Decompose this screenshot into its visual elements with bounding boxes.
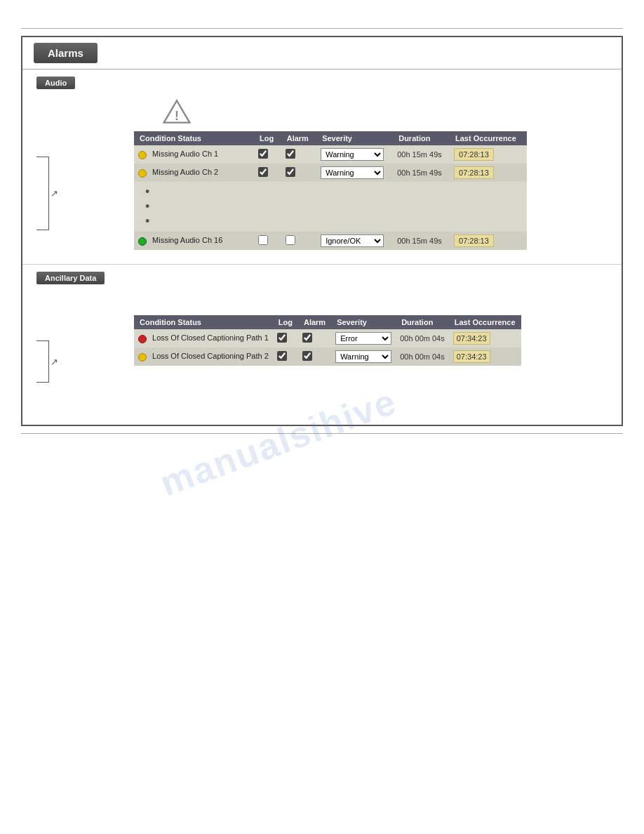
status-dot-red: [138, 335, 147, 343]
main-box: Alarms Audio ! ↗: [21, 36, 623, 426]
severity-cell[interactable]: Warning Error Ignore/OK: [331, 348, 396, 366]
severity-cell[interactable]: Warning Error Ignore/OK: [316, 164, 393, 182]
bottom-spacer: [36, 383, 608, 411]
warning-icon-wrap: !: [163, 99, 608, 124]
col-condition-status-anc: Condition Status: [134, 315, 273, 329]
condition-label: Loss Of Closed Captioning Path 2: [152, 352, 269, 360]
log-cell[interactable]: [254, 145, 281, 164]
dots-filler: [316, 182, 393, 232]
alarm-cell[interactable]: [281, 145, 316, 164]
status-dot-yellow: [138, 353, 147, 362]
condition-cell: Missing Audio Ch 2: [134, 164, 254, 182]
status-dot-yellow: [138, 151, 147, 159]
severity-select[interactable]: Warning Error Ignore/OK: [321, 234, 384, 247]
table-row: Missing Audio Ch 16 W: [134, 232, 527, 250]
condition-cell: Missing Audio Ch 16: [134, 232, 254, 250]
last-occurrence-val: 07:28:13: [450, 232, 527, 250]
duration-val: 00h 00m 04s: [396, 329, 449, 348]
warning-triangle-icon: !: [163, 99, 191, 124]
duration-val: 00h 15m 49s: [393, 232, 450, 250]
last-occurrence-val: 07:28:13: [450, 145, 527, 164]
last-occ-badge: 07:28:13: [454, 148, 494, 161]
svg-text:!: !: [175, 109, 179, 123]
col-duration-anc: Duration: [396, 315, 449, 329]
alarm-cell[interactable]: [298, 329, 331, 348]
alarm-checkbox[interactable]: [286, 235, 295, 245]
header-right-cell: [247, 37, 622, 69]
condition-cell: Missing Audio Ch 1: [134, 145, 254, 164]
dots-row: •••: [134, 182, 527, 232]
ellipsis-dots: •••: [145, 185, 151, 229]
col-alarm-audio: Alarm: [281, 131, 316, 145]
last-occ-badge: 07:34:23: [453, 332, 490, 345]
dots-filler: [254, 182, 281, 232]
col-alarm-anc: Alarm: [298, 315, 331, 329]
alarm-checkbox[interactable]: [286, 167, 295, 177]
condition-cell: Loss Of Closed Captioning Path 1: [134, 329, 273, 348]
log-cell[interactable]: [273, 348, 298, 366]
table-row: Loss Of Closed Captioning Path 2: [134, 348, 521, 366]
status-dot-green: [138, 237, 147, 246]
alarm-checkbox[interactable]: [302, 351, 312, 361]
condition-label: Loss Of Closed Captioning Path 1: [152, 333, 269, 342]
bottom-divider: [21, 433, 623, 434]
ancillary-section-label: Ancillary Data: [36, 272, 105, 284]
severity-select[interactable]: Warning Error Ignore/OK: [335, 332, 391, 345]
severity-cell[interactable]: Warning Error Ignore/OK: [331, 329, 396, 348]
col-last-occurrence-audio: Last Occurrence: [450, 131, 527, 145]
last-occ-badge: 07:28:13: [454, 234, 494, 247]
col-log-anc: Log: [273, 315, 298, 329]
log-checkbox[interactable]: [277, 351, 287, 361]
audio-section: Audio ! ↗: [22, 70, 622, 265]
last-occ-badge: 07:34:23: [453, 350, 490, 363]
col-condition-status-audio: Condition Status: [134, 131, 254, 145]
audio-alarm-table: Condition Status Log Alarm Severity Dura…: [134, 131, 527, 250]
condition-cell: Loss Of Closed Captioning Path 2: [134, 348, 273, 366]
audio-section-label: Audio: [36, 77, 75, 89]
condition-label: Missing Audio Ch 2: [152, 168, 218, 176]
table-row: Loss Of Closed Captioning Path 1: [134, 329, 521, 348]
table-row: Missing Audio Ch 2 Wa: [134, 164, 527, 182]
ancillary-spacer: [36, 294, 608, 315]
audio-section-inner: ↗ Condition Status Log Alarm Severity Du…: [36, 131, 608, 250]
dots-filler: [393, 182, 450, 232]
severity-cell[interactable]: Warning Error Ignore/OK: [316, 145, 393, 164]
top-divider: [21, 28, 623, 29]
log-checkbox[interactable]: [258, 167, 268, 177]
col-last-occurrence-anc: Last Occurrence: [449, 315, 521, 329]
log-checkbox[interactable]: [258, 235, 268, 245]
condition-label: Missing Audio Ch 16: [152, 236, 222, 244]
log-checkbox[interactable]: [258, 149, 268, 159]
col-duration-audio: Duration: [393, 131, 450, 145]
last-occurrence-val: 07:34:23: [449, 329, 521, 348]
ancillary-section-inner: ↗ Condition Status Log Alarm Severity Du…: [36, 315, 608, 383]
severity-select[interactable]: Warning Error Ignore/OK: [321, 148, 384, 161]
table-row: Missing Audio Ch 1 Wa: [134, 145, 527, 164]
col-severity-audio: Severity: [316, 131, 393, 145]
severity-select[interactable]: Warning Error Ignore/OK: [321, 166, 384, 179]
alarms-badge: Alarms: [34, 43, 98, 63]
header-title-cell: Alarms: [22, 37, 247, 69]
col-severity-anc: Severity: [331, 315, 396, 329]
alarm-checkbox[interactable]: [286, 149, 295, 159]
alarm-cell[interactable]: [281, 164, 316, 182]
alarm-cell[interactable]: [281, 232, 316, 250]
log-checkbox[interactable]: [277, 333, 287, 343]
dots-filler: [281, 182, 316, 232]
header-row: Alarms: [22, 37, 622, 70]
severity-cell[interactable]: Warning Error Ignore/OK: [316, 232, 393, 250]
last-occurrence-val: 07:28:13: [450, 164, 527, 182]
severity-select[interactable]: Warning Error Ignore/OK: [335, 350, 391, 363]
log-cell[interactable]: [254, 164, 281, 182]
duration-val: 00h 15m 49s: [393, 145, 450, 164]
alarm-checkbox[interactable]: [302, 333, 312, 343]
ancillary-section: Ancillary Data ↗ Condition Status: [22, 265, 622, 425]
ancillary-alarm-table: Condition Status Log Alarm Severity Dura…: [134, 315, 521, 366]
dots-filler: [450, 182, 527, 232]
log-cell[interactable]: [254, 232, 281, 250]
alarm-cell[interactable]: [298, 348, 331, 366]
last-occurrence-val: 07:34:23: [449, 348, 521, 366]
last-occ-badge: 07:28:13: [454, 166, 494, 179]
log-cell[interactable]: [273, 329, 298, 348]
audio-alarm-table-wrap: Condition Status Log Alarm Severity Dura…: [134, 131, 527, 250]
